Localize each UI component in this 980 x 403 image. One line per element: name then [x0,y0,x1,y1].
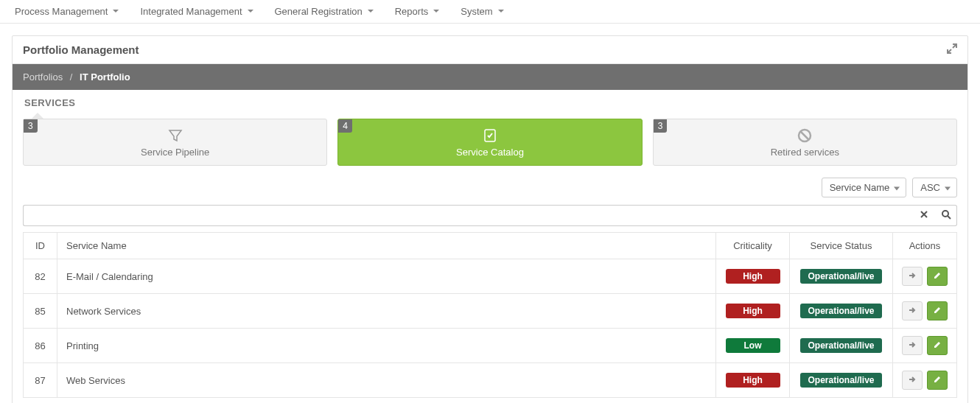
menu-label: Integrated Management [140,6,242,17]
criticality-badge: Low [726,338,780,353]
top-menu: Process Management Integrated Management… [0,0,980,24]
cell-service-name: Printing [57,329,716,363]
cell-service-name: Web Services [57,363,716,398]
cell-id: 87 [24,363,57,398]
search-button[interactable] [935,205,957,226]
search-bar [13,205,967,232]
status-badge: Operational/live [800,304,881,318]
breadcrumb-portfolios[interactable]: Portfolios [23,71,63,83]
menu-label: System [461,6,492,17]
edit-button[interactable] [927,267,948,286]
criticality-badge: High [726,304,780,318]
table-row: 82E-Mail / CalendaringHighOperational/li… [24,259,957,294]
table-row: 86PrintingLowOperational/live [24,329,957,363]
card-service-pipeline[interactable]: 3 Service Pipeline [23,119,327,166]
menu-label: General Registration [275,6,363,17]
chevron-down-icon [433,6,440,17]
col-criticality-header: Criticality [716,233,790,259]
cell-status: Operational/live [790,363,893,398]
cell-id: 82 [24,259,57,294]
edit-button[interactable] [927,336,948,355]
clear-search-button[interactable] [913,205,935,226]
cell-criticality: High [716,259,790,294]
menu-label: Process Management [15,6,108,17]
close-icon [920,210,928,221]
cell-criticality: High [716,294,790,329]
view-button[interactable] [902,336,923,355]
funnel-icon [168,127,183,144]
sort-controls: Service Name ASC [13,175,967,205]
cell-criticality: Low [716,329,790,363]
chevron-down-icon [497,6,505,17]
svg-line-2 [801,131,809,139]
pencil-icon [933,306,942,317]
menu-process-management[interactable]: Process Management [15,6,119,17]
menu-label: Reports [395,6,429,17]
edit-button[interactable] [927,301,948,320]
breadcrumb-separator: / [70,71,73,83]
cell-actions [893,329,957,363]
breadcrumb-current: IT Portfolio [80,71,130,83]
card-label: Service Catalog [456,147,524,158]
card-service-catalog[interactable]: 4 Service Catalog [337,119,642,166]
cell-service-name: Network Services [57,294,716,329]
arrow-right-icon [908,271,917,282]
criticality-badge: High [726,373,780,388]
sort-order-select[interactable]: ASC [912,178,957,197]
services-table: ID Service Name Criticality Service Stat… [23,232,957,398]
checklist-icon [482,127,498,144]
cell-actions [893,259,957,294]
view-button[interactable] [902,267,923,286]
portfolio-panel: Portfolio Management Portfolios / IT Por… [12,35,968,403]
pencil-icon [933,375,942,386]
ban-icon [797,127,813,144]
col-actions-header: Actions [893,233,957,259]
menu-general-registration[interactable]: General Registration [275,6,374,17]
table-header-row: ID Service Name Criticality Service Stat… [24,233,957,259]
cell-criticality: High [716,363,790,398]
expand-icon[interactable] [947,43,957,56]
cell-status: Operational/live [790,329,893,363]
pencil-icon [933,271,942,282]
sort-field-select[interactable]: Service Name [822,178,907,197]
sort-order-value: ASC [920,182,940,193]
menu-reports[interactable]: Reports [395,6,441,17]
card-retired-services[interactable]: 3 Retired services [653,119,957,166]
cell-status: Operational/live [790,259,893,294]
arrow-right-icon [908,375,917,386]
section-heading: SERVICES [13,90,967,113]
card-label: Service Pipeline [141,147,209,158]
svg-point-3 [942,211,948,217]
panel-header: Portfolio Management [13,36,967,64]
criticality-badge: High [726,269,780,284]
chevron-down-icon [367,6,374,17]
view-button[interactable] [902,371,923,390]
table-row: 85Network ServicesHighOperational/live [24,294,957,329]
cell-id: 86 [24,329,57,363]
status-badge: Operational/live [800,338,881,353]
edit-button[interactable] [927,371,948,390]
table-row: 87Web ServicesHighOperational/live [24,363,957,398]
breadcrumb: Portfolios / IT Portfolio [13,64,967,90]
menu-integrated-management[interactable]: Integrated Management [140,6,253,17]
col-id-header: ID [24,233,57,259]
card-label: Retired services [771,147,839,158]
card-badge: 4 [338,119,352,133]
cell-status: Operational/live [790,294,893,329]
svg-line-4 [948,216,951,219]
cell-service-name: E-Mail / Calendaring [57,259,716,294]
search-input[interactable] [23,205,913,226]
cell-id: 85 [24,294,57,329]
cell-actions [893,363,957,398]
arrow-right-icon [908,340,917,351]
card-badge: 3 [654,119,668,133]
section-pointer-icon [32,113,43,119]
search-icon [941,209,951,222]
card-badge: 3 [24,119,38,133]
view-button[interactable] [902,301,923,320]
cell-actions [893,294,957,329]
arrow-right-icon [908,306,917,317]
col-name-header: Service Name [57,233,716,259]
category-cards: 3 Service Pipeline 4 Service Catalog 3 R… [13,119,967,175]
menu-system[interactable]: System [461,6,504,17]
